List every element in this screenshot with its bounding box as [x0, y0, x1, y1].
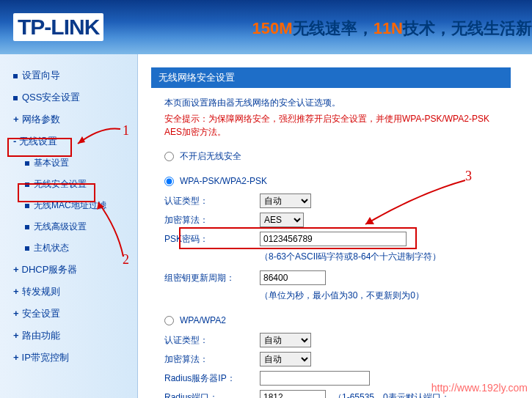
sidebar-item-label: 网络参数	[22, 114, 60, 125]
radio-wpa-psk-label: WPA-PSK/WPA2-PSK	[180, 176, 267, 186]
sidebar-item-label: DHCP服务器	[22, 264, 78, 275]
wpa-enc-select[interactable]: 自动	[260, 352, 311, 366]
sidebar-item-status[interactable]: 主机状态	[0, 237, 137, 259]
sidebar-item-label: 安全设置	[22, 308, 60, 319]
sidebar-item-setup[interactable]: 设置向导	[0, 65, 137, 86]
radio-wpa-label: WPA/WPA2	[180, 315, 226, 325]
radius-ip-label: Radius服务器IP：	[164, 372, 260, 385]
sidebar-item-label: 设置向导	[22, 70, 60, 81]
sidebar-item-security[interactable]: 无线安全设置	[0, 174, 137, 195]
wpa-enc-label: 加密算法：	[164, 353, 260, 366]
radius-port-hint: （1-65535，0表示默认端口：	[333, 391, 450, 399]
sidebar-item-basic[interactable]: 基本设置	[0, 152, 137, 174]
sidebar-item-label: 无线MAC地址过滤	[34, 200, 106, 210]
radio-wpa[interactable]	[164, 316, 174, 325]
sidebar-item-label: IP带宽控制	[22, 352, 69, 363]
sidebar-item-label: 基本设置	[34, 158, 69, 168]
sidebar-item-routing[interactable]: +路由功能	[0, 325, 137, 347]
sidebar-item-security-settings[interactable]: +安全设置	[0, 303, 137, 325]
sidebar-item-label: 无线高级设置	[34, 221, 87, 232]
sidebar-item-bandwidth[interactable]: +IP带宽控制	[0, 347, 137, 369]
sidebar-item-label: QSS安全设置	[22, 92, 80, 103]
radius-port-input[interactable]	[260, 390, 326, 398]
enc-label: 加密算法：	[164, 214, 260, 226]
sidebar-item-label: 无线设置	[19, 136, 57, 147]
sidebar-item-wireless[interactable]: -无线设置	[0, 130, 137, 152]
psk-label: PSK密码：	[164, 233, 260, 246]
panel-warning: 安全提示：为保障网络安全，强烈推荐开启安全设置，并使用WPA-PSK/WPA2-…	[164, 112, 498, 139]
sidebar-item-qss[interactable]: QSS安全设置	[0, 86, 137, 108]
content: 无线网络安全设置 本页面设置路由器无线网络的安全认证选项。 安全提示：为保障网络…	[138, 54, 532, 398]
panel-desc: 本页面设置路由器无线网络的安全认证选项。	[164, 97, 498, 109]
psk-input[interactable]	[260, 232, 407, 246]
sidebar-item-mac[interactable]: 无线MAC地址过滤	[0, 195, 137, 216]
wpa-auth-select[interactable]: 自动	[260, 333, 311, 347]
radio-wpa-psk[interactable]	[164, 177, 174, 186]
radius-ip-input[interactable]	[260, 371, 370, 386]
sidebar-item-advanced[interactable]: 无线高级设置	[0, 216, 137, 237]
psk-hint: （8-63个ASCII码字符或8-64个十六进制字符）	[260, 251, 498, 263]
sidebar: 设置向导 QSS安全设置 +网络参数 -无线设置 基本设置 无线安全设置 无线M…	[0, 54, 138, 398]
enc-select[interactable]: AES	[260, 213, 304, 227]
sidebar-item-network[interactable]: +网络参数	[0, 108, 137, 130]
panel-title: 无线网络安全设置	[151, 67, 511, 88]
auth-label: 认证类型：	[164, 195, 260, 207]
sidebar-item-dhcp[interactable]: +DHCP服务器	[0, 259, 137, 281]
radio-off-label: 不开启无线安全	[180, 150, 241, 163]
sidebar-item-label: 转发规则	[22, 286, 60, 297]
rekey-label: 组密钥更新周期：	[164, 272, 260, 284]
sidebar-item-label: 无线安全设置	[34, 179, 87, 189]
rekey-input[interactable]	[260, 270, 326, 285]
sidebar-item-label: 路由功能	[22, 330, 60, 341]
sidebar-item-label: 主机状态	[34, 243, 69, 253]
wpa-auth-label: 认证类型：	[164, 334, 260, 347]
sidebar-item-forward[interactable]: +转发规则	[0, 281, 137, 303]
tagline: 150M无线速率，11N技术，无线生活新	[252, 18, 532, 40]
radio-off[interactable]	[164, 152, 174, 161]
auth-select[interactable]: 自动	[260, 194, 311, 208]
header: TP-LINK 150M无线速率，11N技术，无线生活新	[0, 0, 532, 54]
radius-port-label: Radius端口：	[164, 391, 260, 399]
logo: TP-LINK	[13, 13, 103, 41]
rekey-hint: （单位为秒，最小值为30，不更新则为0）	[260, 290, 498, 302]
